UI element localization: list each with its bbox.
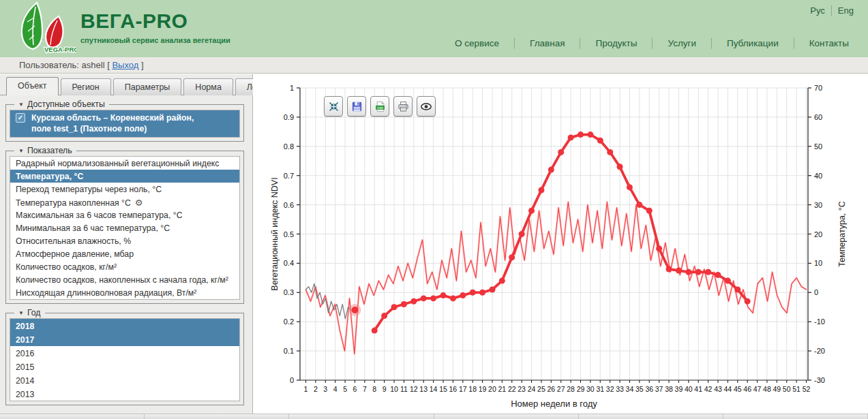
bottom-strip-segment[interactable] [434,414,579,419]
svg-text:8: 8 [372,385,376,393]
svg-text:5: 5 [343,385,347,393]
objects-section: ▼Доступные объекты ✓ Курская область – К… [5,104,244,142]
svg-text:37: 37 [655,385,663,393]
print-button[interactable] [393,96,413,117]
svg-text:44: 44 [724,385,732,393]
year-section-legend[interactable]: ▼Год [14,308,45,317]
svg-text:24: 24 [528,385,536,393]
svg-text:0: 0 [814,288,818,296]
nav-link[interactable]: Услуги [652,38,711,48]
indicator-item[interactable]: Нисходящая длинноволновая радиация, Вт/м… [10,286,239,299]
series-highlight-point [349,304,361,316]
indicator-item[interactable]: Температура, °C [10,170,239,183]
year-item-2014[interactable]: 2014 [10,373,239,387]
gear-icon[interactable]: ⚙ [135,198,143,208]
svg-text:4: 4 [333,385,338,393]
svg-text:47: 47 [753,385,762,393]
svg-text:35: 35 [635,385,644,393]
svg-text:12: 12 [410,385,418,393]
svg-text:60: 60 [814,113,822,121]
x-axis-title: Номер недели в году [511,399,597,409]
gridlines [300,88,808,380]
tab-Регион[interactable]: Регион [61,78,111,95]
svg-text:10: 10 [814,259,822,267]
svg-text:40: 40 [814,172,822,180]
tab-Объект[interactable]: Объект [6,77,59,95]
svg-text:14: 14 [430,385,438,393]
bottom-strip-segment[interactable] [579,414,723,419]
tab-Норма[interactable]: Норма [183,78,233,95]
object-item[interactable]: ✓ Курская область – Кореневский район, п… [10,110,239,137]
tab-Параметры[interactable]: Параметры [113,78,182,95]
indicator-item[interactable]: Относительная влажность, % [10,234,239,247]
svg-text:49: 49 [773,385,781,393]
svg-text:31: 31 [596,385,604,393]
vega-logo: VEGA-PRO [8,1,76,56]
object-checkbox[interactable]: ✓ [16,113,25,123]
nav-link[interactable]: Контакты [794,38,864,48]
svg-text:0: 0 [290,376,294,384]
svg-text:26: 26 [547,385,555,393]
year-item-2018[interactable]: 2018 [10,319,239,332]
year-item-2015[interactable]: 2015 [10,360,239,373]
bottom-strip-segment[interactable] [289,414,434,419]
svg-text:0.5: 0.5 [284,230,294,238]
svg-text:38: 38 [665,385,673,393]
collapse-button[interactable] [324,96,343,117]
year-section: ▼Год 201820172016201520142013 [5,313,244,405]
indicator-item[interactable]: Минимальная за 6 час температура, °C [10,221,239,234]
svg-text:7: 7 [363,385,367,393]
svg-text:0.8: 0.8 [284,142,294,151]
svg-text:10: 10 [390,385,398,393]
indicator-item[interactable]: Переход температуры через ноль, °C [10,183,239,196]
collapse-arrow-icon: ▼ [18,148,24,154]
indicator-item[interactable]: Максимальная за 6 часов температура, °C [10,208,239,221]
svg-text:3: 3 [323,385,327,393]
year-item-2017[interactable]: 2017 [10,332,239,346]
indicator-item[interactable]: Количество осадков, кг/м² [10,260,239,273]
indicator-section: ▼Показатель Радарный нормализованный вег… [5,151,244,304]
view-button[interactable] [417,96,436,117]
svg-text:6: 6 [353,385,357,393]
username: ashell [82,60,105,70]
nav-link[interactable]: О сервисе [440,38,514,48]
year-item-2016[interactable]: 2016 [10,346,239,360]
bottom-strip-segment[interactable] [145,414,289,419]
svg-text:27: 27 [557,385,565,393]
svg-text:52: 52 [803,385,811,393]
logo-red-leaf [46,16,63,48]
objects-section-legend[interactable]: ▼Доступные объекты [14,99,109,109]
nav-link[interactable]: Продукты [580,38,652,48]
svg-text:42: 42 [704,385,713,393]
object-label-line2: поле test_1 (Пахотное поле) [31,123,194,134]
logout-link[interactable]: Выход [112,60,138,70]
sidebar: ОбъектРегионПараметрыНормаЛегенда ▼Досту… [0,74,253,414]
svg-text:0.4: 0.4 [284,259,294,267]
sidebar-tabs: ОбъектРегионПараметрыНормаЛегенда [0,74,252,95]
main-nav: О сервисеГлавнаяПродуктыУслугиПубликации… [440,38,864,48]
indicator-item[interactable]: Атмосферное давление, мбар [10,247,239,260]
csv-export-button[interactable]: CSV [370,96,389,117]
series-ndvi-partial-gray [306,283,351,319]
save-button[interactable] [347,96,366,117]
year-item-2013[interactable]: 2013 [10,387,239,401]
indicator-section-legend[interactable]: ▼Показатель [14,146,76,155]
nav-link[interactable]: Публикации [711,38,794,48]
indicator-item[interactable]: Температура накопленная °C⚙ [10,196,239,208]
nav-link[interactable]: Главная [514,38,580,48]
svg-text:-30: -30 [814,376,825,384]
svg-text:41: 41 [694,385,702,393]
bottom-strip-segment[interactable] [0,414,145,419]
print-icon [397,100,410,113]
indicator-item[interactable]: Радарный нормализованный вегетационный и… [10,157,239,170]
svg-text:50: 50 [814,142,822,151]
user-label: Пользователь: [19,60,79,70]
svg-text:23: 23 [518,385,526,393]
lang-eng[interactable]: Eng [831,5,860,16]
lang-rus[interactable]: Рус [804,5,831,16]
right-axis-title: Температура, °C [837,201,847,267]
bottom-strip-segment[interactable] [723,414,868,419]
svg-text:0.6: 0.6 [284,201,294,209]
collapse-icon [327,100,340,113]
indicator-item[interactable]: Количество осадков, накопленных с начала… [10,273,239,286]
